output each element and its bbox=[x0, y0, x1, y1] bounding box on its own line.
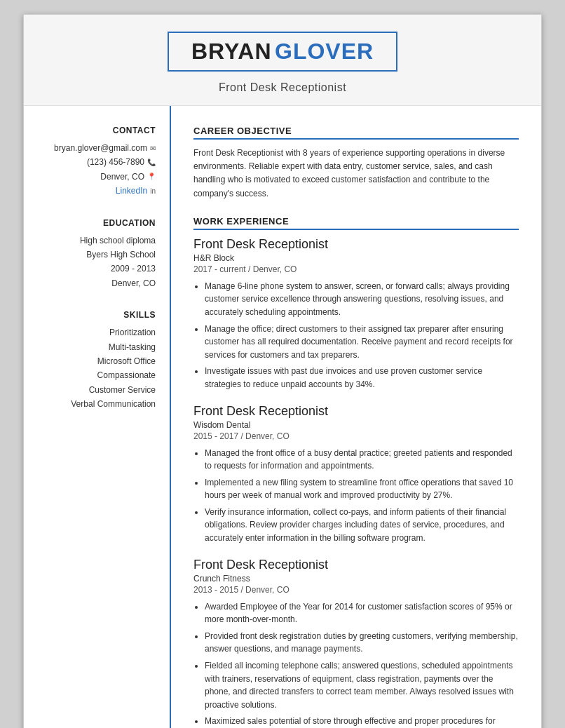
job-2-bullet-2: Implemented a new filing system to strea… bbox=[205, 476, 519, 502]
contact-linkedin[interactable]: LinkedIn in bbox=[43, 184, 156, 198]
job-2-title: Front Desk Receptionist bbox=[193, 404, 519, 419]
career-objective-title: CAREER OBJECTIVE bbox=[193, 126, 519, 140]
job-1-company: H&R Block bbox=[193, 253, 519, 263]
linkedin-icon: in bbox=[150, 185, 156, 197]
job-entry-2: Front Desk Receptionist Wisdom Dental 20… bbox=[193, 404, 519, 545]
job-2-bullet-3: Verify insurance information, collect co… bbox=[205, 506, 519, 545]
skill-2: Multi-tasking bbox=[43, 340, 156, 354]
job-3-bullet-1: Awarded Employee of the Year for 2014 fo… bbox=[205, 600, 519, 626]
job-1-bullet-3: Investigate issues with past due invoice… bbox=[205, 365, 519, 391]
edu-location: Denver, CO bbox=[43, 276, 156, 290]
contact-title: CONTACT bbox=[43, 126, 156, 135]
job-2-bullets: Managed the front office of a busy denta… bbox=[193, 447, 519, 545]
location-icon: 📍 bbox=[147, 170, 156, 182]
resume-document: BRYAN GLOVER Front Desk Receptionist CON… bbox=[23, 14, 542, 728]
skill-3: Microsoft Office bbox=[43, 354, 156, 368]
skill-4: Compassionate bbox=[43, 368, 156, 382]
job-3-bullet-4: Maximized sales potential of store throu… bbox=[205, 715, 519, 728]
skill-1: Prioritization bbox=[43, 325, 156, 339]
skill-6: Verbal Communication bbox=[43, 397, 156, 411]
edu-years: 2009 - 2013 bbox=[43, 262, 156, 276]
sidebar: CONTACT bryan.glover@gmail.com ✉ (123) 4… bbox=[24, 106, 171, 728]
education-section: EDUCATION High school diploma Byers High… bbox=[43, 218, 156, 291]
name-box: BRYAN GLOVER bbox=[168, 32, 397, 72]
edu-degree: High school diploma bbox=[43, 234, 156, 248]
job-3-dates: 2013 - 2015 / Denver, CO bbox=[193, 585, 519, 595]
job-entry-3: Front Desk Receptionist Crunch Fitness 2… bbox=[193, 558, 519, 728]
contact-section: CONTACT bryan.glover@gmail.com ✉ (123) 4… bbox=[43, 126, 156, 198]
job-3-company: Crunch Fitness bbox=[193, 574, 519, 584]
email-icon: ✉ bbox=[150, 142, 156, 154]
career-objective-section: CAREER OBJECTIVE Front Desk Receptionist… bbox=[193, 126, 519, 201]
job-3-title: Front Desk Receptionist bbox=[193, 558, 519, 572]
phone-icon: 📞 bbox=[147, 156, 156, 168]
job-2-bullet-1: Managed the front office of a busy denta… bbox=[205, 447, 519, 473]
work-experience-title: WORK EXPERIENCE bbox=[193, 216, 519, 230]
education-title: EDUCATION bbox=[43, 218, 156, 228]
career-objective-text: Front Desk Receptionist with 8 years of … bbox=[193, 147, 519, 201]
edu-school: Byers High School bbox=[43, 248, 156, 262]
job-3-bullet-3: Fielded all incoming telephone calls; an… bbox=[205, 659, 519, 711]
job-1-dates: 2017 - current / Denver, CO bbox=[193, 264, 519, 274]
contact-location: Denver, CO 📍 bbox=[43, 170, 156, 184]
job-3-bullet-2: Provided front desk registration duties … bbox=[205, 630, 519, 656]
work-experience-section: WORK EXPERIENCE Front Desk Receptionist … bbox=[193, 216, 519, 728]
skills-section: SKILLS Prioritization Multi-tasking Micr… bbox=[43, 310, 156, 411]
job-1-bullets: Manage 6-line phone system to answer, sc… bbox=[193, 280, 519, 391]
skills-title: SKILLS bbox=[43, 310, 156, 320]
job-3-bullets: Awarded Employee of the Year for 2014 fo… bbox=[193, 600, 519, 728]
job-entry-1: Front Desk Receptionist H&R Block 2017 -… bbox=[193, 237, 519, 391]
job-1-bullet-2: Manage the office; direct customers to t… bbox=[205, 323, 519, 362]
job-1-bullet-1: Manage 6-line phone system to answer, sc… bbox=[205, 280, 519, 319]
job-1-title: Front Desk Receptionist bbox=[193, 237, 519, 252]
contact-email: bryan.glover@gmail.com ✉ bbox=[43, 141, 156, 155]
skill-5: Customer Service bbox=[43, 383, 156, 397]
header-job-title: Front Desk Receptionist bbox=[52, 81, 513, 94]
resume-header: BRYAN GLOVER Front Desk Receptionist bbox=[24, 15, 541, 106]
first-name: BRYAN bbox=[191, 39, 272, 64]
last-name: GLOVER bbox=[275, 39, 374, 64]
job-2-company: Wisdom Dental bbox=[193, 420, 519, 430]
body-wrapper: CONTACT bryan.glover@gmail.com ✉ (123) 4… bbox=[24, 106, 541, 728]
job-2-dates: 2015 - 2017 / Denver, CO bbox=[193, 431, 519, 441]
main-content: CAREER OBJECTIVE Front Desk Receptionist… bbox=[171, 106, 541, 728]
contact-phone: (123) 456-7890 📞 bbox=[43, 155, 156, 169]
